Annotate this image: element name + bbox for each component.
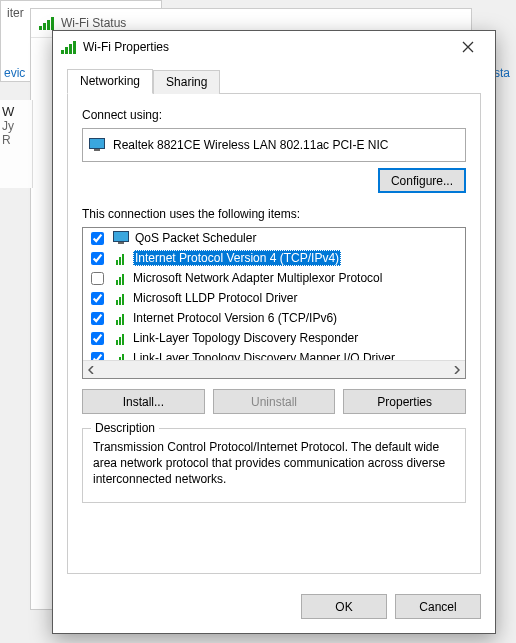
- ok-button[interactable]: OK: [301, 594, 387, 619]
- list-item-label: Internet Protocol Version 4 (TCP/IPv4): [133, 250, 341, 266]
- list-item-checkbox[interactable]: [91, 312, 104, 325]
- list-item-checkbox[interactable]: [91, 232, 104, 245]
- description-text: Transmission Control Protocol/Internet P…: [93, 439, 455, 488]
- adapter-icon: [89, 138, 105, 152]
- list-item[interactable]: Internet Protocol Version 6 (TCP/IPv6): [83, 308, 465, 328]
- scroll-left-arrow[interactable]: [84, 362, 100, 377]
- network-protocol-icon: [113, 331, 127, 345]
- tab-networking[interactable]: Networking: [67, 69, 153, 94]
- horizontal-scrollbar[interactable]: [83, 360, 465, 378]
- cancel-button[interactable]: Cancel: [395, 594, 481, 619]
- list-item-label: QoS Packet Scheduler: [135, 231, 256, 245]
- items-label: This connection uses the following items…: [82, 207, 466, 221]
- list-item-label: Internet Protocol Version 6 (TCP/IPv6): [133, 311, 337, 325]
- list-item[interactable]: Microsoft Network Adapter Multiplexor Pr…: [83, 268, 465, 288]
- tab-sharing[interactable]: Sharing: [153, 70, 220, 94]
- close-button[interactable]: [449, 33, 487, 61]
- list-item-label: Link-Layer Topology Discovery Responder: [133, 331, 358, 345]
- tab-body-networking: Connect using: Realtek 8821CE Wireless L…: [67, 94, 481, 574]
- properties-button[interactable]: Properties: [343, 389, 466, 414]
- dialog-title: Wi-Fi Properties: [83, 40, 169, 54]
- network-protocol-icon: [113, 311, 127, 325]
- wifi-icon: [61, 40, 77, 54]
- wifi-properties-dialog: Wi-Fi Properties Networking Sharing Conn…: [52, 30, 496, 634]
- install-button[interactable]: Install...: [82, 389, 205, 414]
- bg-left-strip: W Jy R: [0, 100, 33, 188]
- list-item[interactable]: QoS Packet Scheduler: [83, 228, 465, 248]
- list-item-checkbox[interactable]: [91, 272, 104, 285]
- titlebar[interactable]: Wi-Fi Properties: [53, 31, 495, 63]
- uninstall-button: Uninstall: [213, 389, 336, 414]
- connect-using-label: Connect using:: [82, 108, 466, 122]
- wifi-status-title: Wi-Fi Status: [61, 16, 126, 30]
- bg-left-jy: Jy: [2, 119, 30, 133]
- list-item-checkbox[interactable]: [91, 292, 104, 305]
- list-item[interactable]: Internet Protocol Version 4 (TCP/IPv4): [83, 248, 465, 268]
- bg-left-r: R: [2, 133, 30, 147]
- list-item[interactable]: Microsoft LLDP Protocol Driver: [83, 288, 465, 308]
- list-item-checkbox[interactable]: [91, 352, 104, 361]
- configure-button[interactable]: Configure...: [378, 168, 466, 193]
- list-item-label: Microsoft Network Adapter Multiplexor Pr…: [133, 271, 382, 285]
- network-protocol-icon: [113, 291, 127, 305]
- connection-items-list[interactable]: QoS Packet SchedulerInternet Protocol Ve…: [82, 227, 466, 379]
- list-item-checkbox[interactable]: [91, 252, 104, 265]
- bg-left-fragment-1: evic: [0, 62, 29, 84]
- list-item-label: Link-Layer Topology Discovery Mapper I/O…: [133, 351, 395, 360]
- bg-left-w: W: [2, 104, 30, 119]
- list-item[interactable]: Link-Layer Topology Discovery Responder: [83, 328, 465, 348]
- adapter-box[interactable]: Realtek 8821CE Wireless LAN 802.11ac PCI…: [82, 128, 466, 162]
- dialog-footer: OK Cancel: [53, 584, 495, 633]
- network-protocol-icon: [113, 251, 127, 265]
- list-item-checkbox[interactable]: [91, 332, 104, 345]
- list-item-label: Microsoft LLDP Protocol Driver: [133, 291, 298, 305]
- list-item[interactable]: Link-Layer Topology Discovery Mapper I/O…: [83, 348, 465, 360]
- monitor-icon: [113, 231, 129, 245]
- scroll-right-arrow[interactable]: [448, 362, 464, 377]
- scrollbar-track[interactable]: [100, 362, 448, 377]
- network-protocol-icon: [113, 351, 127, 360]
- description-legend: Description: [91, 421, 159, 435]
- network-protocol-icon: [113, 271, 127, 285]
- adapter-name: Realtek 8821CE Wireless LAN 802.11ac PCI…: [113, 138, 388, 152]
- description-group: Description Transmission Control Protoco…: [82, 428, 466, 503]
- wifi-signal-icon: [39, 16, 55, 30]
- tab-strip: Networking Sharing: [67, 69, 481, 94]
